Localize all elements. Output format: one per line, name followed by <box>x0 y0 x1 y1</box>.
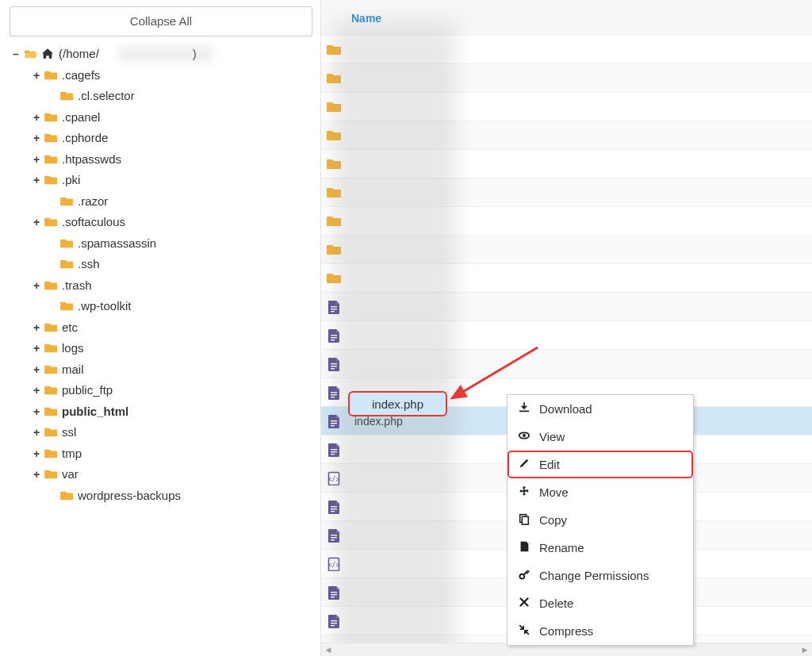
folder-icon <box>44 405 59 418</box>
tree-item--htpasswds[interactable]: +.htpasswds <box>11 149 312 171</box>
tree-toggle[interactable]: + <box>32 212 41 232</box>
document-file-icon <box>326 443 343 457</box>
ctx-item-label: Edit <box>539 458 560 471</box>
collapse-all-button[interactable]: Collapse All <box>10 6 312 36</box>
file-row[interactable] <box>321 236 812 264</box>
folder-icon <box>60 300 75 313</box>
ctx-item-edit[interactable]: Edit <box>508 451 693 478</box>
folder-icon <box>44 132 59 144</box>
tree-item-public_ftp[interactable]: +public_ftp <box>11 380 312 401</box>
tree-item--cl-selector[interactable]: .cl.selector <box>11 86 312 107</box>
tree-item-wordpress-backups[interactable]: wordpress-backups <box>11 485 312 507</box>
tree-item-ssl[interactable]: +ssl <box>11 422 312 443</box>
tree-item-label: .ssh <box>78 254 100 274</box>
tree-item--spamassassin[interactable]: .spamassassin <box>11 233 312 255</box>
tree-item--cpanel[interactable]: +.cpanel <box>11 107 312 129</box>
tree-item-label: .trash <box>62 275 92 296</box>
folder-icon <box>326 100 343 114</box>
file-row[interactable] <box>321 64 812 93</box>
tree-item--cphorde[interactable]: +.cphorde <box>11 128 312 149</box>
file-row[interactable] <box>321 293 812 321</box>
document-file-icon <box>326 386 343 400</box>
tree-item-label: wordpress-backups <box>78 485 181 506</box>
tree-item--wp-toolkit[interactable]: .wp-toolkit <box>11 296 312 317</box>
file-row[interactable] <box>321 150 812 178</box>
scroll-right-icon[interactable]: ► <box>799 645 810 654</box>
tree-toggle[interactable]: + <box>32 317 41 338</box>
tree-toggle[interactable]: + <box>32 65 41 86</box>
ctx-item-rename[interactable]: Rename <box>508 534 693 562</box>
tree-toggle[interactable]: + <box>32 359 41 380</box>
tree-item-var[interactable]: +var <box>11 464 312 485</box>
tree-root[interactable]: – (/home/ ) <box>11 44 312 65</box>
tree-toggle[interactable]: + <box>32 443 41 464</box>
tree-item-label: .razor <box>78 191 108 212</box>
folder-icon <box>44 342 59 355</box>
eye-icon <box>517 429 531 444</box>
tree-item-label: mail <box>62 359 84 380</box>
code-file-icon <box>326 471 343 485</box>
file-row[interactable] <box>321 264 812 293</box>
document-file-icon <box>326 585 343 600</box>
tree-toggle[interactable]: – <box>11 44 21 64</box>
tree-item--razor[interactable]: .razor <box>11 191 312 213</box>
tree-toggle[interactable]: + <box>32 401 41 422</box>
tree-item-logs[interactable]: +logs <box>11 338 312 359</box>
file-row[interactable] <box>321 350 812 378</box>
ctx-item-copy[interactable]: Copy <box>508 506 693 534</box>
tree-item-label: logs <box>62 338 84 359</box>
file-row[interactable] <box>321 207 812 236</box>
home-icon <box>41 48 56 60</box>
column-header-name[interactable]: Name <box>321 0 812 36</box>
ctx-item-label: View <box>539 430 565 443</box>
ctx-item-change-permissions[interactable]: Change Permissions <box>508 562 693 589</box>
ctx-item-view[interactable]: View <box>508 423 693 451</box>
tree-item-label: etc <box>62 317 78 338</box>
ctx-item-download[interactable]: Download <box>508 395 693 423</box>
tree-item-label: tmp <box>62 443 82 464</box>
times-icon <box>517 596 531 611</box>
folder-icon <box>326 43 343 57</box>
ctx-item-compress[interactable]: Compress <box>508 617 693 645</box>
document-file-icon <box>326 614 343 628</box>
ctx-item-move[interactable]: Move <box>508 478 693 506</box>
tree-item-label: .cagefs <box>62 65 100 86</box>
tree-item--softaculous[interactable]: +.softaculous <box>11 212 312 233</box>
document-file-icon <box>326 357 343 371</box>
file-row[interactable] <box>321 36 812 64</box>
file-row[interactable] <box>321 321 812 350</box>
tree-item-public_html[interactable]: +public_html <box>11 401 312 423</box>
ctx-item-delete[interactable]: Delete <box>508 589 693 617</box>
tree-item-etc[interactable]: +etc <box>11 317 312 339</box>
file-row[interactable] <box>321 93 812 121</box>
tree-toggle[interactable]: + <box>32 464 41 485</box>
document-file-icon <box>326 500 343 514</box>
tree-toggle[interactable]: + <box>32 338 41 359</box>
ctx-item-label: Delete <box>539 597 573 610</box>
tree-toggle[interactable]: + <box>32 380 41 401</box>
compress-icon <box>517 623 531 639</box>
scroll-left-icon[interactable]: ◄ <box>323 645 334 654</box>
folder-icon <box>44 174 59 186</box>
document-file-icon <box>326 328 343 343</box>
tree-toggle[interactable]: + <box>32 275 41 296</box>
tree-item-tmp[interactable]: +tmp <box>11 443 312 465</box>
file-row[interactable] <box>321 178 812 207</box>
folder-icon <box>44 426 59 439</box>
tree-toggle[interactable]: + <box>32 128 41 148</box>
folder-icon <box>60 258 75 270</box>
folder-tree: – (/home/ ) +.cagefs.cl.selector+.cpanel… <box>11 44 312 506</box>
tree-item--cagefs[interactable]: +.cagefs <box>11 65 312 86</box>
tree-item--ssh[interactable]: .ssh <box>11 254 312 275</box>
tree-toggle[interactable]: + <box>32 149 41 170</box>
tree-item--trash[interactable]: +.trash <box>11 275 312 297</box>
tree-item-mail[interactable]: +mail <box>11 359 312 381</box>
tree-toggle[interactable]: + <box>32 422 41 443</box>
tree-toggle[interactable]: + <box>32 107 41 128</box>
tree-item--pki[interactable]: +.pki <box>11 170 312 191</box>
tree-toggle[interactable]: + <box>32 170 41 190</box>
folder-icon <box>326 71 343 86</box>
tree-root-prefix: (/home/ <box>59 44 99 64</box>
download-icon <box>517 401 531 416</box>
file-row[interactable] <box>321 121 812 150</box>
